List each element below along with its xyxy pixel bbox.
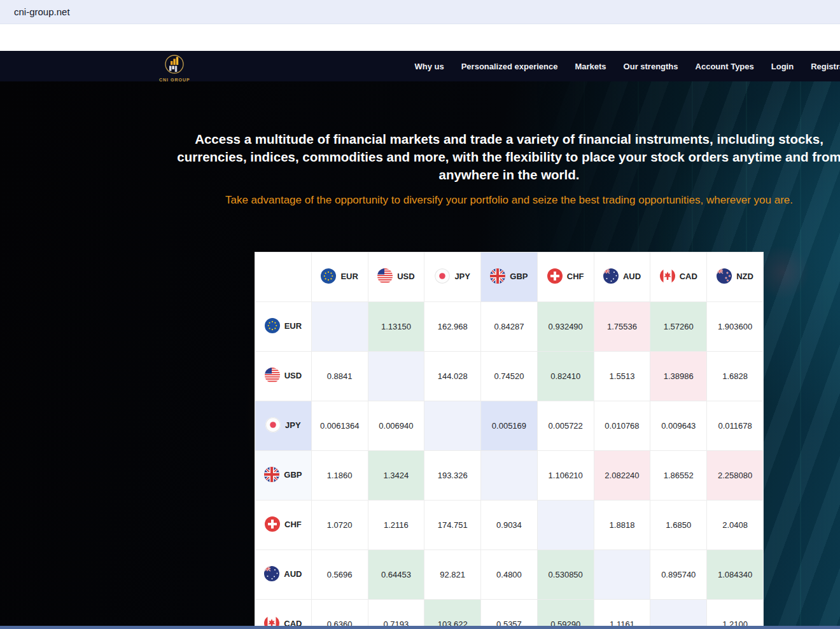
rate-cell-aud-gbp[interactable]: 0.4800 <box>481 550 538 600</box>
browser-url-bar[interactable]: cni-group.net <box>0 0 840 24</box>
rate-cell-gbp-nzd[interactable]: 2.258080 <box>707 451 764 501</box>
col-header-cad[interactable]: CAD <box>650 252 707 302</box>
table-row-eur: EUR1.13150162.9680.842870.9324901.755361… <box>255 302 764 352</box>
nav-item-our-strengths[interactable]: Our strengths <box>624 62 678 71</box>
rate-cell-gbp-gbp[interactable] <box>481 451 538 501</box>
rate-cell-usd-gbp[interactable]: 0.74520 <box>481 352 538 401</box>
rate-cell-chf-nzd[interactable]: 2.0408 <box>707 501 764 550</box>
rate-cell-cad-eur[interactable]: 0.6360 <box>311 600 368 629</box>
jpy-flag-icon <box>265 417 281 432</box>
rate-cell-jpy-jpy[interactable] <box>424 401 481 451</box>
eur-flag-icon <box>321 268 336 284</box>
rate-cell-usd-usd[interactable] <box>368 352 424 401</box>
rate-cell-gbp-jpy[interactable]: 193.326 <box>424 451 481 501</box>
rate-cell-usd-eur[interactable]: 0.8841 <box>311 352 368 401</box>
col-header-aud[interactable]: AUD <box>594 252 650 302</box>
rate-cell-eur-aud[interactable]: 1.75536 <box>594 302 650 352</box>
gbp-flag-icon <box>490 268 505 284</box>
usd-flag-icon <box>377 268 393 284</box>
white-strip <box>0 24 840 51</box>
rate-cell-eur-chf[interactable]: 0.932490 <box>537 302 594 352</box>
rate-cell-gbp-cad[interactable]: 1.86552 <box>650 451 707 501</box>
rate-cell-jpy-usd[interactable]: 0.006940 <box>368 401 424 451</box>
rate-cell-chf-cad[interactable]: 1.6850 <box>650 501 707 550</box>
rate-cell-cad-nzd[interactable]: 1.2100 <box>707 600 764 629</box>
rate-cell-jpy-aud[interactable]: 0.010768 <box>594 401 650 451</box>
rate-cell-aud-eur[interactable]: 0.5696 <box>311 550 368 600</box>
rate-cell-eur-gbp[interactable]: 0.84287 <box>481 302 538 352</box>
rate-cell-jpy-eur[interactable]: 0.0061364 <box>311 401 368 451</box>
rate-cell-chf-gbp[interactable]: 0.9034 <box>481 501 538 550</box>
rate-cell-eur-nzd[interactable]: 1.903600 <box>707 302 764 352</box>
col-header-jpy[interactable]: JPY <box>424 252 481 302</box>
exchange-rates-table: EURUSDJPYGBPCHFAUDCADNZD EUR1.13150162.9… <box>255 252 764 629</box>
rate-cell-eur-jpy[interactable]: 162.968 <box>424 302 481 352</box>
row-header-usd[interactable]: USD <box>255 352 312 401</box>
aud-flag-icon <box>603 268 619 284</box>
rate-cell-gbp-chf[interactable]: 1.106210 <box>537 451 594 501</box>
nav-item-personalized-experience[interactable]: Personalized experience <box>461 62 558 71</box>
rate-cell-cad-aud[interactable]: 1.1161 <box>594 600 650 629</box>
rate-cell-jpy-chf[interactable]: 0.005722 <box>537 401 594 451</box>
rate-cell-aud-usd[interactable]: 0.64453 <box>368 550 424 600</box>
chf-flag-icon <box>265 516 280 532</box>
jpy-flag-icon <box>435 268 450 284</box>
rate-cell-cad-gbp[interactable]: 0.5357 <box>481 600 538 629</box>
row-header-cad[interactable]: CAD <box>255 600 312 629</box>
rate-cell-eur-cad[interactable]: 1.57260 <box>650 302 707 352</box>
table-row-chf: CHF1.07201.2116174.7510.90341.88181.6850… <box>255 501 764 550</box>
row-header-jpy[interactable]: JPY <box>255 401 312 451</box>
rate-cell-aud-cad[interactable]: 0.895740 <box>650 550 707 600</box>
rate-cell-cad-cad[interactable] <box>650 600 707 629</box>
nav-item-why-us[interactable]: Why us <box>414 62 444 71</box>
row-header-eur[interactable]: EUR <box>255 302 312 352</box>
url-text[interactable]: cni-group.net <box>14 6 70 17</box>
site-logo[interactable]: CNI GROUP <box>159 53 190 82</box>
rate-cell-chf-jpy[interactable]: 174.751 <box>424 501 481 550</box>
horizontal-scrollbar[interactable] <box>0 626 840 629</box>
rate-cell-jpy-gbp[interactable]: 0.005169 <box>481 401 538 451</box>
col-header-usd[interactable]: USD <box>368 252 424 302</box>
rate-cell-chf-eur[interactable]: 1.0720 <box>311 501 368 550</box>
rate-cell-usd-aud[interactable]: 1.5513 <box>594 352 650 401</box>
col-header-gbp[interactable]: GBP <box>481 252 538 302</box>
rate-cell-chf-usd[interactable]: 1.2116 <box>368 501 424 550</box>
rate-cell-gbp-aud[interactable]: 2.082240 <box>594 451 650 501</box>
logo-barchart-icon <box>162 53 187 79</box>
rate-cell-gbp-eur[interactable]: 1.1860 <box>311 451 368 501</box>
col-header-eur[interactable]: EUR <box>311 252 368 302</box>
row-header-gbp[interactable]: GBP <box>255 451 312 501</box>
rate-cell-chf-chf[interactable] <box>537 501 594 550</box>
rate-cell-jpy-nzd[interactable]: 0.011678 <box>707 401 764 451</box>
rate-cell-eur-eur[interactable] <box>311 302 368 352</box>
rate-cell-aud-nzd[interactable]: 1.084340 <box>707 550 764 600</box>
exchange-rates-table-wrap: EURUSDJPYGBPCHFAUDCADNZD EUR1.13150162.9… <box>255 252 764 629</box>
navbar: CNI GROUP Why usPersonalized experienceM… <box>0 51 840 81</box>
hero-subtitle: Take advantage of the opportunity to div… <box>159 194 840 207</box>
row-header-aud[interactable]: AUD <box>255 550 312 600</box>
rate-cell-usd-nzd[interactable]: 1.6828 <box>707 352 764 401</box>
rate-cell-usd-cad[interactable]: 1.38986 <box>650 352 707 401</box>
rate-cell-eur-usd[interactable]: 1.13150 <box>368 302 424 352</box>
row-header-chf[interactable]: CHF <box>255 501 312 550</box>
rate-cell-cad-chf[interactable]: 0.59290 <box>537 600 594 629</box>
nav-item-account-types[interactable]: Account Types <box>696 62 754 71</box>
rate-cell-chf-aud[interactable]: 1.8818 <box>594 501 650 550</box>
rate-cell-cad-usd[interactable]: 0.7193 <box>368 600 424 629</box>
rate-cell-aud-chf[interactable]: 0.530850 <box>537 550 594 600</box>
nav-item-login[interactable]: Login <box>771 62 794 71</box>
rate-cell-jpy-cad[interactable]: 0.009643 <box>650 401 707 451</box>
nav-item-markets[interactable]: Markets <box>575 62 606 71</box>
rate-cell-cad-jpy[interactable]: 103.622 <box>424 600 481 629</box>
aud-flag-icon <box>264 566 279 581</box>
col-header-nzd[interactable]: NZD <box>707 252 764 302</box>
rate-cell-gbp-usd[interactable]: 1.3424 <box>368 451 424 501</box>
rate-cell-usd-jpy[interactable]: 144.028 <box>424 352 481 401</box>
col-header-chf[interactable]: CHF <box>537 252 594 302</box>
rate-cell-usd-chf[interactable]: 0.82410 <box>537 352 594 401</box>
nzd-flag-icon <box>717 268 732 284</box>
nav-item-registration[interactable]: Registration <box>811 62 840 71</box>
corner-cell <box>255 252 312 302</box>
rate-cell-aud-aud[interactable] <box>594 550 650 600</box>
rate-cell-aud-jpy[interactable]: 92.821 <box>424 550 481 600</box>
